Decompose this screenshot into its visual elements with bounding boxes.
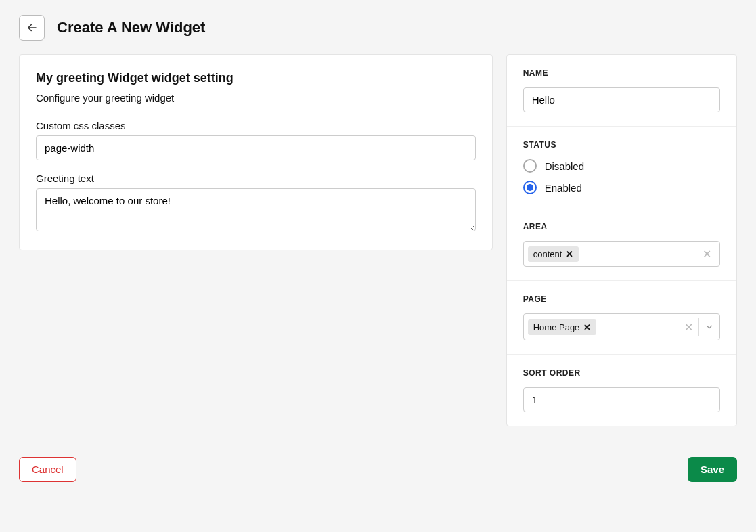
radio-icon — [523, 159, 537, 173]
card-title: My greeting Widget widget setting — [36, 71, 476, 85]
sort-order-input[interactable] — [523, 387, 720, 412]
radio-icon — [523, 181, 537, 194]
status-enabled-label: Enabled — [545, 182, 582, 194]
area-chip: content ✕ — [528, 246, 579, 262]
save-button[interactable]: Save — [688, 457, 737, 482]
widget-settings-card: My greeting Widget widget setting Config… — [19, 54, 493, 250]
close-icon[interactable]: ✕ — [583, 322, 591, 332]
arrow-left-icon — [26, 22, 38, 34]
page-select[interactable]: Home Page ✕ ✕ — [523, 313, 720, 340]
status-enabled-option[interactable]: Enabled — [523, 181, 720, 194]
back-button[interactable] — [19, 15, 45, 41]
sidebar-card: NAME STATUS Disabled Enabled AREA — [506, 54, 737, 426]
area-clear-icon[interactable]: ✕ — [698, 248, 715, 261]
status-disabled-option[interactable]: Disabled — [523, 159, 720, 173]
close-icon[interactable]: ✕ — [566, 249, 573, 259]
status-disabled-label: Disabled — [545, 160, 584, 172]
page-chip-label: Home Page — [533, 322, 580, 332]
area-chip-label: content — [533, 249, 562, 259]
name-input[interactable] — [523, 87, 720, 112]
name-label: NAME — [523, 68, 720, 78]
status-label: STATUS — [523, 140, 720, 150]
page-chip: Home Page ✕ — [528, 319, 597, 335]
area-field[interactable]: content ✕ ✕ — [523, 241, 720, 267]
css-classes-label: Custom css classes — [36, 120, 476, 131]
page-clear-icon[interactable]: ✕ — [679, 314, 698, 340]
cancel-button[interactable]: Cancel — [19, 457, 76, 482]
css-classes-input[interactable] — [36, 135, 476, 160]
greeting-text-label: Greeting text — [36, 173, 476, 184]
page-dropdown-toggle[interactable] — [699, 314, 719, 340]
greeting-text-input[interactable] — [36, 188, 476, 231]
sort-order-label: SORT ORDER — [523, 368, 720, 378]
card-description: Configure your greeting widget — [36, 92, 476, 104]
area-label: AREA — [523, 222, 720, 231]
page-label: PAGE — [523, 294, 720, 304]
page-title: Create A New Widget — [57, 19, 205, 37]
chevron-down-icon — [705, 322, 714, 332]
